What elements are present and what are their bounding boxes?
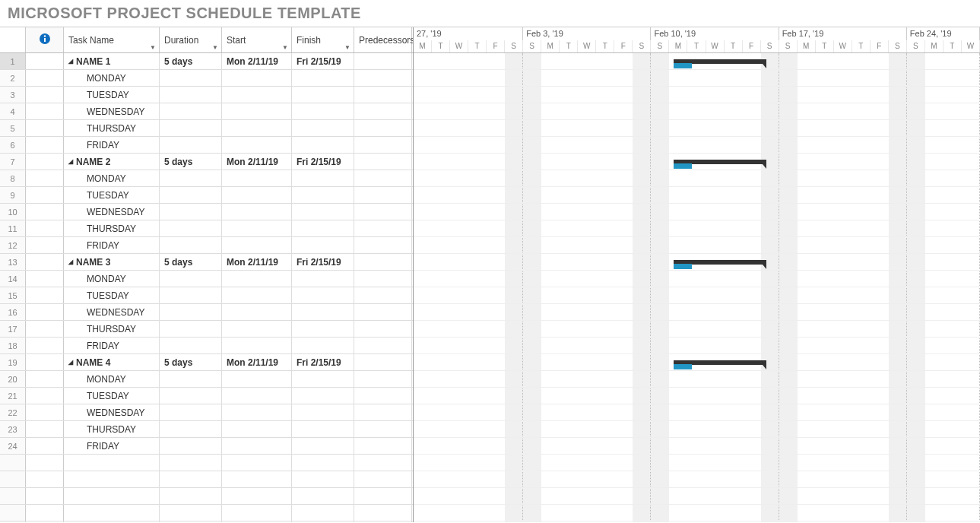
table-row[interactable]: 24FRIDAY (0, 438, 413, 455)
pred-cell[interactable] (354, 338, 412, 353)
task-name-cell[interactable]: WEDNESDAY (64, 304, 160, 320)
task-name-cell[interactable]: MONDAY (64, 170, 160, 186)
start-cell[interactable] (222, 103, 292, 119)
finish-cell[interactable] (292, 87, 354, 103)
gantt-progress-bar[interactable] (674, 264, 692, 269)
column-header-task[interactable]: Task Name▼ (64, 27, 160, 52)
finish-cell[interactable] (292, 304, 354, 320)
row-number[interactable]: 15 (0, 287, 26, 303)
duration-cell[interactable] (160, 137, 222, 153)
gantt-row[interactable] (414, 187, 980, 204)
timeline-body[interactable] (414, 53, 980, 522)
row-number[interactable]: 14 (0, 271, 26, 287)
duration-cell[interactable] (160, 70, 222, 86)
info-cell[interactable] (26, 204, 64, 220)
info-cell[interactable] (26, 287, 64, 303)
gantt-row[interactable] (414, 421, 980, 438)
pred-cell[interactable] (354, 254, 412, 270)
gantt-row[interactable] (414, 287, 980, 304)
table-row[interactable] (0, 521, 413, 522)
finish-cell[interactable] (292, 438, 354, 454)
info-cell[interactable] (26, 388, 64, 404)
finish-cell[interactable]: Fri 2/15/19 (292, 154, 354, 170)
pred-cell[interactable] (354, 137, 412, 153)
info-cell[interactable] (26, 170, 64, 186)
info-cell[interactable] (26, 521, 64, 522)
duration-cell[interactable] (160, 438, 222, 454)
start-cell[interactable]: Mon 2/11/19 (222, 154, 292, 170)
gantt-row[interactable] (414, 137, 980, 154)
info-cell[interactable] (26, 438, 64, 454)
duration-cell[interactable]: 5 days (160, 254, 222, 270)
duration-cell[interactable]: 5 days (160, 53, 222, 69)
gantt-row[interactable] (414, 455, 980, 471)
info-cell[interactable] (26, 87, 64, 103)
task-name-cell[interactable]: FRIDAY (64, 137, 160, 153)
start-cell[interactable] (222, 421, 292, 437)
pred-cell[interactable] (354, 187, 412, 203)
row-number[interactable]: 2 (0, 70, 26, 86)
finish-cell[interactable] (292, 287, 354, 303)
table-row[interactable]: 16WEDNESDAY (0, 304, 413, 321)
duration-cell[interactable]: 5 days (160, 354, 222, 370)
gantt-row[interactable] (414, 154, 980, 170)
finish-cell[interactable] (292, 187, 354, 203)
info-cell[interactable] (26, 154, 64, 170)
duration-cell[interactable] (160, 338, 222, 353)
info-cell[interactable] (26, 53, 64, 69)
start-cell[interactable] (222, 338, 292, 353)
pred-cell[interactable] (354, 421, 412, 437)
task-name-cell[interactable]: TUESDAY (64, 87, 160, 103)
finish-cell[interactable] (292, 404, 354, 420)
row-number[interactable] (0, 488, 26, 504)
task-name-cell[interactable]: ◢NAME 3 (64, 254, 160, 270)
table-row[interactable]: 20MONDAY (0, 371, 413, 388)
table-row[interactable]: 15TUESDAY (0, 287, 413, 304)
column-header-start[interactable]: Start▼ (222, 27, 292, 52)
gantt-row[interactable] (414, 204, 980, 220)
gantt-row[interactable] (414, 321, 980, 338)
info-cell[interactable] (26, 488, 64, 504)
duration-cell[interactable] (160, 187, 222, 203)
info-cell[interactable] (26, 455, 64, 471)
duration-cell[interactable] (160, 237, 222, 253)
table-row[interactable]: 18FRIDAY (0, 338, 413, 354)
task-name-cell[interactable]: FRIDAY (64, 338, 160, 353)
column-header-duration[interactable]: Duration▼ (160, 27, 222, 52)
pred-cell[interactable] (354, 287, 412, 303)
info-cell[interactable] (26, 70, 64, 86)
gantt-progress-bar[interactable] (674, 63, 692, 68)
start-cell[interactable] (222, 271, 292, 287)
info-cell[interactable] (26, 304, 64, 320)
info-cell[interactable] (26, 271, 64, 287)
finish-cell[interactable] (292, 271, 354, 287)
table-row[interactable]: 17THURSDAY (0, 321, 413, 338)
start-cell[interactable] (222, 120, 292, 136)
duration-cell[interactable] (160, 120, 222, 136)
row-number[interactable]: 7 (0, 154, 26, 170)
pred-cell[interactable] (354, 53, 412, 69)
table-row[interactable] (0, 505, 413, 521)
pred-cell[interactable] (354, 103, 412, 119)
finish-cell[interactable]: Fri 2/15/19 (292, 53, 354, 69)
pred-cell[interactable] (354, 354, 412, 370)
start-cell[interactable] (222, 237, 292, 253)
row-number[interactable]: 13 (0, 254, 26, 270)
row-number[interactable]: 20 (0, 371, 26, 387)
finish-cell[interactable] (292, 137, 354, 153)
table-row[interactable]: 14MONDAY (0, 271, 413, 287)
duration-cell[interactable] (160, 220, 222, 236)
table-row[interactable]: 3TUESDAY (0, 87, 413, 103)
finish-cell[interactable] (292, 120, 354, 136)
finish-cell[interactable] (292, 237, 354, 253)
start-cell[interactable] (222, 87, 292, 103)
start-cell[interactable] (222, 404, 292, 420)
duration-cell[interactable] (160, 321, 222, 337)
duration-cell[interactable]: 5 days (160, 154, 222, 170)
duration-cell[interactable] (160, 388, 222, 404)
row-number[interactable]: 3 (0, 87, 26, 103)
table-row[interactable]: 10WEDNESDAY (0, 204, 413, 220)
table-row[interactable]: 4WEDNESDAY (0, 103, 413, 120)
pred-cell[interactable] (354, 204, 412, 220)
table-row[interactable]: 23THURSDAY (0, 421, 413, 438)
